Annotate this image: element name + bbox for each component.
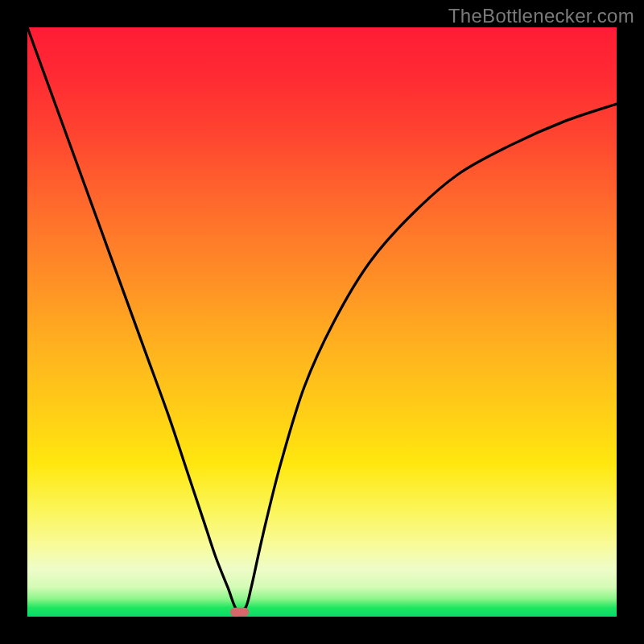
plot-area xyxy=(27,27,617,617)
attribution-text: TheBottlenecker.com xyxy=(448,5,634,27)
bottleneck-curve xyxy=(27,27,617,612)
min-marker xyxy=(230,608,249,617)
curve-svg xyxy=(27,27,617,617)
chart-stage: TheBottlenecker.com xyxy=(0,0,644,644)
